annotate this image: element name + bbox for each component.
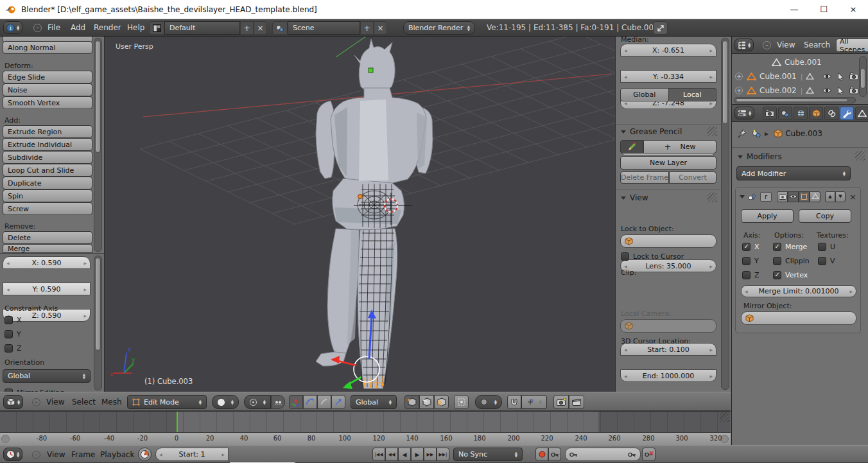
panel-drag-grip[interactable]: [855, 151, 865, 161]
tab-world[interactable]: [794, 107, 808, 120]
modifier-expand-icon[interactable]: [740, 195, 745, 198]
menu-file[interactable]: File: [48, 23, 60, 32]
delete-scene-button[interactable]: ×: [374, 21, 387, 35]
maximize-area-icon[interactable]: [653, 21, 668, 35]
duplicate-button[interactable]: Duplicate: [3, 177, 92, 189]
editor-type-selector[interactable]: i ▲▼: [3, 21, 22, 34]
mirror-y-checkbox[interactable]: [742, 257, 751, 265]
tab-data[interactable]: [855, 107, 868, 120]
snap-element-select[interactable]: ▲▼: [521, 395, 547, 409]
screen-layout-field[interactable]: Default: [164, 21, 240, 35]
spin-button[interactable]: Spin: [3, 189, 92, 202]
breadcrumb-object-name[interactable]: Cube.003: [785, 129, 822, 138]
preview-range-button[interactable]: [138, 448, 152, 461]
extrude-region-button[interactable]: Extrude Region: [3, 125, 92, 138]
modifier-render-toggle[interactable]: [777, 191, 788, 202]
constraint-y-checkbox[interactable]: [4, 330, 13, 338]
median-y-slider[interactable]: Y: -0.334: [620, 70, 716, 83]
constraint-z-checkbox[interactable]: [4, 344, 13, 353]
close-button[interactable]: ×: [838, 0, 868, 19]
manipulator-translate-button[interactable]: [289, 395, 303, 409]
render-engine-select[interactable]: Blender Render▲▼: [403, 21, 475, 35]
panel-drag-grip[interactable]: [707, 193, 717, 202]
outliner-display-filter[interactable]: All Scenes: [836, 39, 868, 52]
outliner-menu-search[interactable]: Search: [804, 40, 830, 49]
manipulator-rotate-button[interactable]: [303, 395, 317, 409]
tool-shelf-scrollbar[interactable]: [94, 38, 102, 252]
modifier-view-toggle[interactable]: [788, 191, 799, 202]
scene-field[interactable]: Scene: [288, 21, 360, 35]
pivot-select[interactable]: ▲▼: [244, 395, 271, 409]
frame-start-slider[interactable]: Start: 1: [155, 448, 229, 461]
face-select-mode-button[interactable]: [434, 395, 449, 409]
jump-to-end-button[interactable]: ▶▶|: [437, 448, 449, 461]
menu-mesh[interactable]: Mesh: [101, 397, 122, 406]
menu-frame[interactable]: Frame: [71, 450, 95, 459]
texture-u-checkbox[interactable]: [818, 243, 826, 251]
sync-select[interactable]: No Sync▲▼: [453, 448, 523, 461]
smooth-vertex-button[interactable]: Smooth Vertex: [3, 96, 92, 109]
limit-selection-visible-button[interactable]: [454, 395, 469, 409]
modifiers-panel-header[interactable]: Modifiers: [738, 152, 782, 161]
visibility-eye-icon[interactable]: [822, 73, 832, 80]
menu-render[interactable]: Render: [94, 23, 121, 32]
grease-pencil-panel-header[interactable]: Grease Pencil: [621, 127, 682, 136]
lock-to-cursor-checkbox[interactable]: [621, 252, 629, 261]
proportional-edit-select[interactable]: ▲▼: [475, 395, 502, 409]
mode-select[interactable]: Edit Mode▲▼: [127, 395, 207, 409]
manipulator-scale-button[interactable]: [317, 395, 331, 409]
median-global-toggle[interactable]: Global: [620, 88, 669, 101]
add-modifier-select[interactable]: Add Modifier▲▼: [736, 166, 851, 180]
expand-icon[interactable]: +: [735, 87, 743, 94]
collapse-menus-icon[interactable]: –: [32, 451, 40, 459]
operator-panel-scrollbar[interactable]: [94, 256, 102, 390]
collapse-menus-icon[interactable]: –: [763, 41, 771, 49]
menu-playback[interactable]: Playback: [100, 450, 135, 459]
delete-button[interactable]: Delete: [3, 231, 92, 244]
render-opengl-button[interactable]: [553, 395, 569, 409]
scene-context-icon[interactable]: [752, 130, 761, 138]
clipping-checkbox[interactable]: [773, 257, 781, 265]
local-camera-field[interactable]: [620, 319, 716, 333]
orientation-select[interactable]: Global▲▼: [3, 369, 91, 383]
menu-select[interactable]: Select: [72, 397, 96, 406]
merge-limit-slider[interactable]: Merge Limit: 0.001000: [741, 285, 856, 297]
outliner-vscrollbar[interactable]: [859, 56, 867, 97]
grease-new-button[interactable]: +New: [643, 140, 716, 153]
render-opengl-anim-button[interactable]: [569, 395, 584, 409]
menu-view[interactable]: View: [47, 450, 65, 459]
tab-scene[interactable]: [778, 107, 792, 120]
add-layout-button[interactable]: +: [240, 21, 254, 35]
timeline-resize-grip[interactable]: [720, 412, 729, 422]
manipulator-combo-button[interactable]: [331, 395, 345, 409]
shading-select[interactable]: ▲▼: [212, 395, 239, 409]
next-keyframe-button[interactable]: ▶▶: [424, 448, 437, 461]
screw-button[interactable]: Screw: [3, 202, 92, 215]
expand-icon[interactable]: +: [735, 73, 743, 80]
pin-icon[interactable]: [737, 129, 747, 139]
noise-button[interactable]: Noise: [3, 83, 92, 96]
outliner-row-object[interactable]: + Cube.002 |: [732, 84, 868, 97]
modifier-move-up-button[interactable]: ▲: [825, 191, 835, 202]
play-button[interactable]: ▶: [411, 448, 424, 461]
operator-x-slider[interactable]: X: 0.590: [3, 256, 91, 269]
mirror-object-field[interactable]: [741, 311, 856, 325]
merge-checkbox[interactable]: [773, 243, 781, 251]
outliner-editor-selector[interactable]: ▲▼: [734, 39, 754, 51]
visibility-eye-icon[interactable]: [822, 87, 832, 94]
mirror-z-checkbox[interactable]: [742, 271, 751, 279]
scene-icon[interactable]: [272, 21, 288, 35]
modifier-delete-button[interactable]: ×: [849, 192, 856, 202]
menu-view[interactable]: View: [46, 397, 64, 406]
minimize-button[interactable]: —: [779, 0, 809, 19]
extrude-individual-button[interactable]: Extrude Individual: [3, 138, 92, 151]
tab-modifiers[interactable]: [840, 107, 854, 120]
active-keying-set-field[interactable]: [565, 448, 641, 461]
modifier-move-down-button[interactable]: ▼: [835, 191, 846, 202]
timeline-editor-selector[interactable]: ▲▼: [3, 448, 22, 461]
tab-object[interactable]: [809, 107, 823, 120]
along-normal-button[interactable]: Along Normal: [3, 41, 92, 54]
modifier-apply-button[interactable]: Apply: [741, 209, 794, 223]
view-panel-header[interactable]: View: [621, 193, 648, 202]
modifier-copy-button[interactable]: Copy: [799, 209, 851, 223]
